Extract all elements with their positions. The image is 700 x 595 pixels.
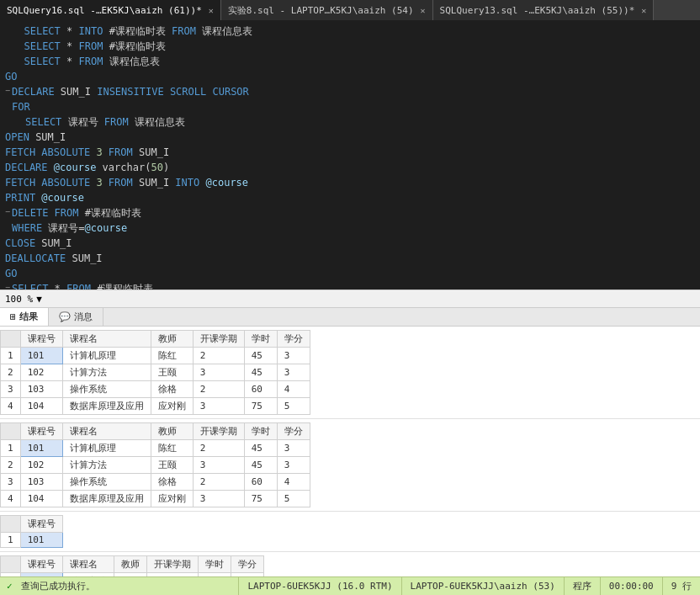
cell-kaike: 3 [193, 491, 244, 507]
code-editor[interactable]: SELECT * INTO #课程临时表 FROM 课程信息表 SELECT *… [0, 20, 700, 290]
col-header-kaike: 开课学期 [146, 556, 198, 573]
col-header-kechengname: 课程名 [62, 331, 151, 348]
tab-label: 实验8.sql - LAPTOP…K5KJ\aaizh (54) [228, 4, 414, 17]
data-table: 课程号 1 101 [0, 515, 63, 548]
results-scroll-area[interactable]: 课程号 课程名 教师 开课学期 学时 学分 1 101 计算机原理 [0, 327, 700, 576]
cell-kaike: 2 [193, 440, 244, 457]
cell-kaike: 3 [193, 364, 244, 381]
col-header-kaike: 开课学期 [193, 331, 244, 348]
cell-xueshi: 75 [244, 398, 277, 415]
col-header-rownum [1, 331, 21, 348]
cell-xuefen: 5 [277, 491, 310, 507]
col-header-kechengname: 课程名 [62, 423, 151, 440]
code-line: − SELECT * FROM #课程临时表 [5, 281, 695, 290]
result-table-3: 课程号 1 101 [0, 512, 700, 552]
status-server: LAPTOP-6UEK5KJJ (16.0 RTM) [238, 577, 400, 596]
row-num: 1 [1, 533, 21, 548]
messages-tab-label: 消息 [74, 311, 93, 323]
cell-kecheng: 103 [20, 381, 62, 398]
tab-label: SQLQuery16.sql -…EK5KJ\aaizh (61))* [7, 5, 202, 16]
col-header-xuefen: 学分 [277, 331, 310, 348]
cell-xuefen: 3 [277, 440, 310, 457]
row-num: 3 [1, 474, 21, 491]
result-table-2: 课程号 课程名 教师 开课学期 学时 学分 1 101 计算机原理 [0, 419, 700, 512]
cell-kechengname: 计算方法 [62, 364, 151, 381]
cell-xueshi: 75 [244, 491, 277, 507]
status-rows: 9 行 [662, 577, 700, 596]
table-row: 3 103 操作系统 徐格 2 60 4 [1, 381, 310, 398]
code-line: OPEN SUM_I [5, 130, 695, 145]
code-line: SELECT * FROM #课程临时表 [5, 39, 695, 54]
tab-exp8[interactable]: 实验8.sql - LAPTOP…K5KJ\aaizh (54) ✕ [221, 0, 433, 20]
cell-xuefen: 5 [277, 398, 310, 415]
result-table-4: 课程号 课程名 教师 开课学期 学时 学分 1 102 计算方法 [0, 552, 700, 576]
code-line: WHERE 课程号=@course [5, 220, 695, 236]
cell-jiaoshi: 王颐 [151, 457, 193, 474]
col-header-kecheng: 课程号 [20, 331, 62, 348]
code-line: SELECT * FROM 课程信息表 [5, 54, 695, 69]
results-tab-label: 结果 [19, 311, 38, 323]
col-header-kechengname: 课程名 [62, 556, 114, 573]
cell-kaike: 2 [193, 381, 244, 398]
tab-messages[interactable]: 💬 消息 [49, 308, 103, 326]
code-line: GO [5, 69, 695, 84]
col-header-rownum [1, 423, 21, 440]
status-time: 00:00:00 [600, 577, 662, 596]
table-row: 1 101 计算机原理 陈红 2 45 3 [1, 440, 310, 457]
table-row: 4 104 数据库原理及应用 应对刚 3 75 5 [1, 491, 310, 507]
table-row: 1 101 计算机原理 陈红 2 45 3 [1, 348, 310, 364]
table-row: 1 101 [1, 533, 63, 548]
col-header-kecheng: 课程号 [20, 423, 62, 440]
expand-icon[interactable]: − [5, 281, 10, 290]
cell-kecheng: 101 [20, 533, 62, 548]
cell-xueshi: 45 [244, 364, 277, 381]
row-num: 2 [1, 457, 21, 474]
tab-query13[interactable]: SQLQuery13.sql -…EK5KJ\aaizh (55))* ✕ [433, 0, 655, 20]
cell-xueshi: 45 [244, 457, 277, 474]
cell-kecheng: 101 [20, 348, 62, 364]
cell-kecheng: 104 [20, 491, 62, 507]
code-line: FETCH ABSOLUTE 3 FROM SUM_I INTO @course [5, 175, 695, 190]
tab-bar: SQLQuery16.sql -…EK5KJ\aaizh (61))* ✕ 实验… [0, 0, 700, 20]
col-header-xueshi: 学时 [198, 556, 231, 573]
expand-icon[interactable]: − [5, 205, 10, 218]
tab-label: SQLQuery13.sql -…EK5KJ\aaizh (55))* [440, 5, 635, 16]
cell-xuefen: 3 [277, 364, 310, 381]
tab-query16[interactable]: SQLQuery16.sql -…EK5KJ\aaizh (61))* ✕ [0, 0, 221, 20]
cell-kaike: 3 [193, 398, 244, 415]
table-row: 4 104 数据库原理及应用 应对刚 3 75 5 [1, 398, 310, 415]
cell-jiaoshi: 陈红 [151, 440, 193, 457]
tab-close-icon[interactable]: ✕ [641, 6, 646, 15]
status-bar: ✓ 查询已成功执行。 LAPTOP-6UEK5KJJ (16.0 RTM) LA… [0, 576, 700, 595]
data-table: 课程号 课程名 教师 开课学期 学时 学分 1 101 计算机原理 [0, 422, 310, 507]
grid-icon: ⊞ [10, 311, 16, 322]
dropdown-icon[interactable]: ▼ [36, 294, 42, 305]
code-line: DEALLOCATE SUM_I [5, 251, 695, 266]
col-header-kecheng: 课程号 [20, 556, 62, 573]
table-row: 3 103 操作系统 徐格 2 60 4 [1, 474, 310, 491]
data-table: 课程号 课程名 教师 开课学期 学时 学分 1 101 计算机原理 [0, 330, 310, 415]
status-right-section: LAPTOP-6UEK5KJJ (16.0 RTM) LAPTOP-6UEK5K… [238, 577, 700, 596]
cell-kechengname: 计算方法 [62, 457, 151, 474]
result-table-1: 课程号 课程名 教师 开课学期 学时 学分 1 101 计算机原理 [0, 327, 700, 419]
status-message: ✓ 查询已成功执行。 [0, 580, 238, 592]
code-line: − DECLARE SUM_I INSENSITIVE SCROLL CURSO… [5, 84, 695, 99]
tab-close-icon[interactable]: ✕ [421, 6, 426, 15]
cell-kecheng: 102 [20, 457, 62, 474]
cell-kaike: 2 [193, 348, 244, 364]
row-num: 2 [1, 364, 21, 381]
tab-results[interactable]: ⊞ 结果 [0, 308, 49, 326]
cell-kechengname: 计算机原理 [62, 440, 151, 457]
data-table: 课程号 课程名 教师 开课学期 学时 学分 1 102 计算方法 [0, 555, 264, 576]
cell-xuefen: 3 [277, 348, 310, 364]
code-line: SELECT * INTO #课程临时表 FROM 课程信息表 [5, 24, 695, 39]
cell-jiaoshi: 王颐 [151, 364, 193, 381]
col-header-rownum [1, 516, 21, 533]
col-header-jiaoshi: 教师 [114, 556, 146, 573]
col-header-xueshi: 学时 [244, 331, 277, 348]
cell-kaike: 3 [193, 457, 244, 474]
cell-kechengname: 计算机原理 [62, 348, 151, 364]
tab-close-icon[interactable]: ✕ [209, 6, 214, 15]
expand-icon[interactable]: − [5, 84, 10, 97]
row-num: 1 [1, 348, 21, 364]
